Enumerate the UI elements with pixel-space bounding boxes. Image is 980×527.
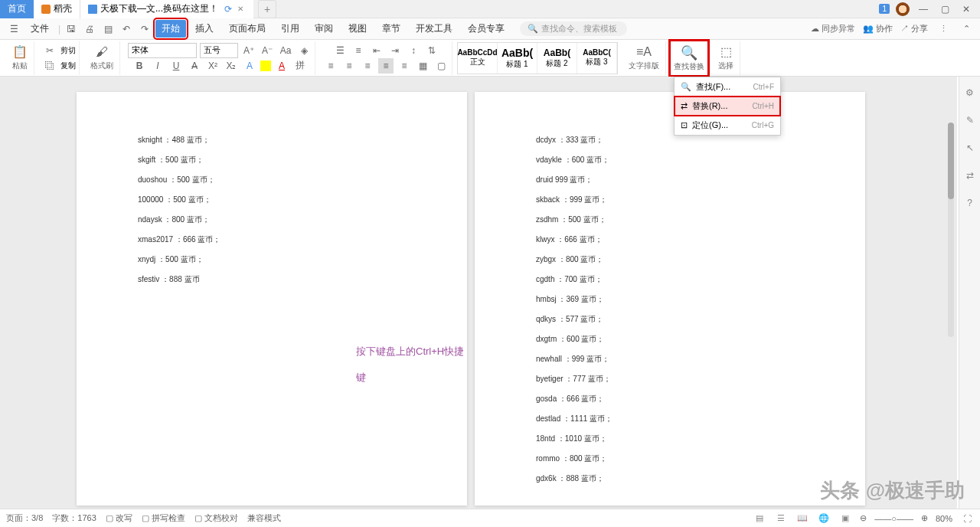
- page-1[interactable]: sknight ：488 蓝币； skgift ：500 蓝币； duoshou…: [77, 92, 467, 506]
- copy-button[interactable]: ⿻: [42, 58, 57, 74]
- sidebar-tools-icon[interactable]: ⚙: [963, 86, 977, 100]
- paste-button[interactable]: 📋粘贴: [9, 44, 31, 71]
- indent-dec[interactable]: ⇤: [369, 43, 384, 58]
- align-justify[interactable]: ≡: [378, 58, 394, 74]
- change-case[interactable]: Aa: [278, 43, 293, 58]
- zoom-out[interactable]: ⊖: [860, 513, 867, 523]
- style-gallery[interactable]: AaBbCcDd正文 AaBb(标题 1 AaBb(标题 2 AaBbC(标题 …: [457, 42, 618, 74]
- vertical-scrollbar[interactable]: [948, 123, 954, 337]
- subscript[interactable]: X₂: [224, 58, 239, 74]
- format-painter[interactable]: 🖌格式刷: [87, 45, 116, 71]
- underline-button[interactable]: U: [168, 58, 184, 74]
- sort[interactable]: ⇅: [424, 43, 439, 58]
- tab-start[interactable]: 开始: [155, 20, 186, 38]
- view-outline-icon[interactable]: ☰: [774, 512, 788, 525]
- shading[interactable]: ▦: [415, 58, 430, 74]
- page-indicator[interactable]: 页面：3/8: [6, 512, 43, 524]
- tab-developer[interactable]: 开发工具: [410, 20, 459, 38]
- distribute[interactable]: ≡: [397, 58, 412, 74]
- sidebar-pointer-icon[interactable]: ↖: [963, 141, 977, 155]
- pinyin-guide[interactable]: 拼: [292, 58, 308, 74]
- zoom-level[interactable]: 80%: [936, 514, 952, 523]
- indent-inc[interactable]: ⇥: [387, 43, 403, 58]
- status-proofread[interactable]: ▢ 文档校对: [194, 512, 238, 524]
- view-read-icon[interactable]: 📖: [795, 512, 809, 525]
- user-avatar[interactable]: [896, 2, 910, 16]
- cut-button[interactable]: ✂: [42, 43, 57, 58]
- dropdown-find[interactable]: 🔍 查找(F)... Ctrl+F: [675, 77, 780, 97]
- tab-layout[interactable]: 页面布局: [223, 20, 272, 38]
- text-effects[interactable]: A: [242, 58, 257, 74]
- tab-insert[interactable]: 插入: [189, 20, 220, 38]
- tab-review[interactable]: 审阅: [309, 20, 339, 38]
- align-center[interactable]: ≡: [341, 58, 357, 74]
- highlight-color[interactable]: [260, 61, 271, 71]
- word-count[interactable]: 字数：1763: [52, 512, 96, 524]
- style-h1[interactable]: AaBb(标题 1: [498, 43, 537, 74]
- coop-button[interactable]: 👥 协作: [863, 23, 893, 34]
- file-menu[interactable]: 文件: [24, 20, 55, 38]
- font-size-select[interactable]: 五号: [200, 43, 238, 58]
- align-right[interactable]: ≡: [360, 58, 375, 74]
- clear-format[interactable]: ◈: [296, 43, 312, 58]
- command-search[interactable]: 🔍 查找命令、搜索模板: [520, 21, 627, 36]
- share-button[interactable]: ↗ 分享: [900, 23, 928, 34]
- undo-icon[interactable]: ↶: [119, 21, 134, 37]
- superscript[interactable]: X²: [205, 58, 220, 74]
- notification-badge[interactable]: 1: [879, 4, 890, 14]
- sidebar-adjust-icon[interactable]: ⇄: [963, 169, 977, 182]
- align-left[interactable]: ≡: [323, 58, 338, 74]
- sync-status[interactable]: ☁ 同步异常: [811, 23, 855, 34]
- collapse-ribbon-icon[interactable]: ⌃: [959, 21, 974, 37]
- view-focus-icon[interactable]: ▣: [838, 512, 852, 525]
- status-overwrite[interactable]: ▢ 改写: [106, 512, 132, 524]
- grow-font[interactable]: A⁺: [241, 43, 256, 58]
- preview-icon[interactable]: ▤: [100, 21, 116, 37]
- tab-reference[interactable]: 引用: [275, 20, 305, 38]
- dropdown-goto[interactable]: ⊡ 定位(G)... Ctrl+G: [675, 116, 780, 135]
- refresh-icon[interactable]: ⟳: [224, 4, 232, 15]
- strike-button[interactable]: A̶: [187, 58, 202, 74]
- bullets[interactable]: ☰: [332, 43, 348, 58]
- borders[interactable]: ▢: [433, 58, 449, 74]
- sidebar-pen-icon[interactable]: ✎: [963, 113, 977, 127]
- line-spacing[interactable]: ↕: [406, 43, 421, 58]
- menu-icon[interactable]: ☰: [6, 21, 21, 37]
- save-icon[interactable]: 🖫: [64, 21, 79, 37]
- print-icon[interactable]: 🖨: [82, 21, 97, 37]
- minimize-button[interactable]: —: [916, 2, 931, 17]
- redo-icon[interactable]: ↷: [137, 21, 152, 37]
- zoom-in[interactable]: ⊕: [921, 513, 928, 523]
- status-compat[interactable]: 兼容模式: [247, 512, 281, 524]
- tab-vip[interactable]: 会员专享: [462, 20, 511, 38]
- more-icon[interactable]: ⋮: [936, 21, 951, 37]
- status-spellcheck[interactable]: ▢ 拼写检查: [142, 512, 185, 524]
- dropdown-replace[interactable]: ⇄ 替换(R)... Ctrl+H: [675, 97, 780, 116]
- page-2[interactable]: dcdyx ：333 蓝币； vdaykle ：600 蓝币； druid 99…: [475, 92, 865, 506]
- maximize-button[interactable]: ▢: [937, 2, 952, 17]
- bold-button[interactable]: B: [132, 58, 147, 74]
- view-page-icon[interactable]: ▤: [753, 512, 766, 525]
- text-layout[interactable]: ≡A文字排版: [626, 45, 662, 71]
- font-color[interactable]: A: [274, 58, 289, 74]
- view-web-icon[interactable]: 🌐: [817, 512, 831, 525]
- shrink-font[interactable]: A⁻: [260, 43, 275, 58]
- tab-chapter[interactable]: 章节: [376, 20, 407, 38]
- numbering[interactable]: ≡: [351, 43, 366, 58]
- tab-document[interactable]: 天极下载—文...换码在这里！ ⟳ ✕: [80, 0, 253, 18]
- tab-home[interactable]: 首页: [0, 0, 34, 18]
- tab-view[interactable]: 视图: [342, 20, 373, 38]
- fullscreen-icon[interactable]: ⛶: [960, 512, 974, 525]
- tab-daoke[interactable]: 稻壳: [34, 0, 80, 18]
- font-name-select[interactable]: 宋体: [128, 43, 197, 58]
- style-normal[interactable]: AaBbCcDd正文: [458, 43, 498, 74]
- tab-add[interactable]: +: [258, 0, 276, 18]
- select-button[interactable]: ⬚选择: [715, 44, 737, 71]
- find-replace-button[interactable]: 🔍 查找替换: [671, 41, 707, 75]
- style-h3[interactable]: AaBbC(标题 3: [577, 43, 617, 74]
- close-button[interactable]: ✕: [959, 2, 974, 17]
- tab-close[interactable]: ✕: [235, 4, 246, 15]
- sidebar-help-icon[interactable]: ?: [963, 196, 977, 210]
- scroll-thumb[interactable]: [948, 123, 954, 199]
- style-h2[interactable]: AaBb(标题 2: [537, 43, 577, 74]
